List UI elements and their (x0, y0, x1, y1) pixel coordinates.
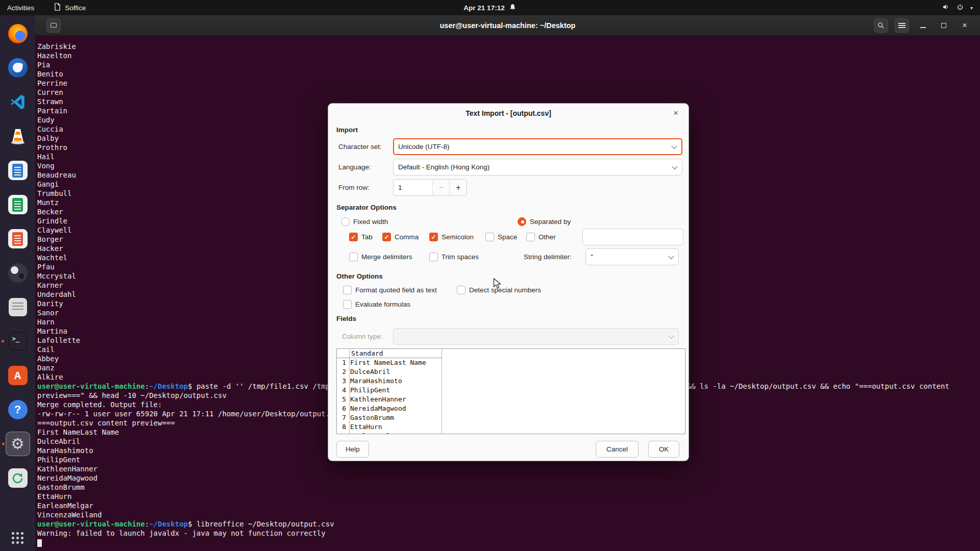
radio-circle (341, 217, 350, 226)
dock-item-ubuntu-software[interactable]: A (6, 363, 30, 388)
space-checkbox[interactable]: Space (485, 229, 517, 245)
table-row: 2DulceAbril (337, 367, 685, 377)
clock-label: Apr 21 17:12 (463, 4, 504, 12)
search-button[interactable] (874, 18, 888, 33)
column-header-standard[interactable]: Standard (337, 349, 442, 358)
table-row: 4PhilipGent (337, 386, 685, 395)
preview-table[interactable]: Standard 1First NameLast Name2DulceAbril… (336, 348, 685, 434)
format-quoted-checkbox[interactable]: Format quoted field as text (343, 285, 437, 295)
thunderbird-icon (8, 58, 28, 78)
fixed-width-radio[interactable]: Fixed width (341, 216, 388, 227)
dock-item-writer[interactable] (6, 158, 30, 183)
cancel-button[interactable]: Cancel (596, 441, 639, 458)
character-set-select[interactable]: Unicode (UTF-8) (393, 138, 682, 155)
language-select[interactable]: Default - English (Hong Kong) (393, 159, 682, 176)
power-icon (957, 4, 964, 12)
checkbox-box (382, 233, 391, 241)
merge-delimiters-checkbox[interactable]: Merge delimiters (349, 248, 412, 265)
tab-checkbox[interactable]: Tab (349, 229, 373, 245)
column-type-select[interactable] (393, 328, 679, 345)
text-import-dialog: Text Import - [output.csv] × Import Char… (328, 103, 689, 461)
text-editor-icon (9, 298, 27, 316)
gear-icon: ⚙ (11, 436, 24, 452)
dock-item-software-updater[interactable] (6, 466, 30, 490)
software-updater-icon (8, 468, 28, 488)
running-indicator-dot (2, 443, 5, 445)
app-grid-icon (12, 532, 23, 544)
mouse-cursor (493, 278, 503, 291)
camera-icon (8, 263, 28, 283)
hamburger-icon (898, 25, 905, 26)
space-label: Space (498, 233, 517, 241)
firefox-icon (8, 24, 28, 43)
merge-delimiters-label: Merge delimiters (361, 253, 412, 261)
table-row: 5KathleenHanner (337, 395, 685, 404)
show-applications-button[interactable] (6, 519, 30, 544)
string-delimiter-select[interactable]: " (585, 248, 679, 265)
table-row: 7GastonBrumm (337, 413, 685, 422)
help-icon: ? (8, 400, 28, 419)
dock-item-firefox[interactable] (6, 21, 30, 46)
table-row: 6NereidaMagwood (337, 404, 685, 413)
dock-item-impress[interactable] (6, 227, 30, 251)
checkbox-box (343, 300, 352, 309)
system-status-area[interactable]: ▾ (942, 3, 973, 12)
bell-icon (509, 4, 517, 12)
close-window-button[interactable]: × (958, 18, 972, 33)
dock-item-terminal[interactable] (6, 329, 30, 354)
table-row: 1First NameLast Name (337, 358, 685, 367)
evaluate-formulas-label: Evaluate formulas (355, 300, 410, 308)
checkbox-box (526, 233, 535, 241)
other-separator-input[interactable] (582, 229, 683, 245)
dialog-close-icon[interactable]: × (670, 108, 681, 119)
minimize-icon (920, 27, 926, 28)
comma-checkbox[interactable]: Comma (382, 229, 419, 245)
table-row: 9EarleanMelgar (337, 432, 685, 434)
increment-button[interactable]: + (449, 180, 467, 195)
comma-label: Comma (395, 233, 419, 241)
semicolon-checkbox[interactable]: Semicolon (429, 229, 474, 245)
checkbox-box (485, 233, 494, 241)
terminal-header[interactable]: user@user-virtual-machine: ~/Desktop × (35, 15, 980, 36)
separated-by-label: Separated by (530, 218, 571, 226)
app-menu[interactable]: Soffice (54, 3, 86, 12)
volume-icon (942, 3, 950, 12)
vlc-icon (9, 127, 27, 145)
writer-icon (8, 161, 28, 180)
dock-item-text-editor[interactable] (6, 295, 30, 319)
evaluate-formulas-checkbox[interactable]: Evaluate formulas (343, 299, 410, 309)
table-row: 8EttaHurn (337, 422, 685, 432)
decrement-button[interactable]: − (432, 180, 450, 195)
menu-button[interactable] (895, 18, 909, 33)
chevron-down-icon (668, 253, 674, 259)
dock-item-vlc[interactable] (6, 124, 30, 148)
window-menu-button[interactable] (46, 18, 61, 33)
dock-item-camera[interactable] (6, 261, 30, 285)
restore-button[interactable] (937, 18, 951, 33)
dock-item-settings[interactable]: ⚙ (6, 432, 30, 456)
checkbox-box (343, 286, 352, 294)
charset-label: Character set: (338, 138, 382, 155)
semicolon-label: Semicolon (442, 233, 474, 241)
chevron-down-icon (668, 333, 674, 338)
dock-item-vscode[interactable] (6, 90, 30, 114)
trim-spaces-checkbox[interactable]: Trim spaces (429, 248, 479, 265)
dock-item-help[interactable]: ? (6, 397, 30, 422)
activities-button[interactable]: Activities (7, 4, 34, 12)
from-row-input[interactable]: 1 (394, 180, 432, 195)
ubuntu-software-icon: A (8, 366, 28, 385)
dock-item-thunderbird[interactable] (6, 56, 30, 80)
vscode-icon (9, 93, 27, 111)
activities-label: Activities (7, 4, 34, 12)
other-checkbox[interactable]: Other (526, 229, 556, 245)
string-delimiter-value: " (591, 253, 593, 261)
clock-menu[interactable]: Apr 21 17:12 (463, 4, 516, 12)
separated-by-radio[interactable]: Separated by (518, 216, 571, 227)
help-button[interactable]: Help (336, 441, 369, 458)
minimize-button[interactable] (916, 18, 930, 33)
terminal-icon (9, 332, 27, 350)
close-icon: × (962, 21, 967, 30)
window-icon (51, 23, 57, 28)
ok-button[interactable]: OK (648, 441, 679, 458)
dock-item-calc[interactable] (6, 192, 30, 217)
